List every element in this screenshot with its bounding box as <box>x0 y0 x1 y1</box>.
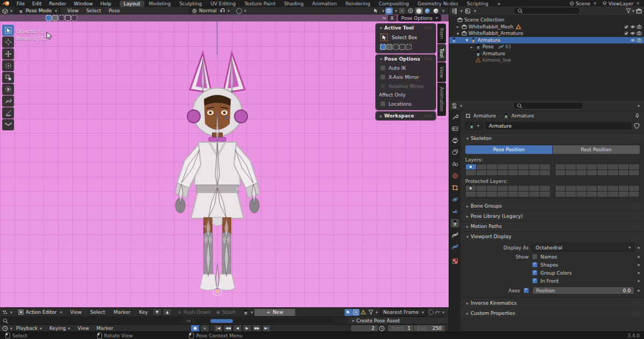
menu-edit[interactable]: Edit <box>28 1 45 6</box>
workspace-tab-layout[interactable]: Layout <box>120 1 145 7</box>
snap-toggle[interactable]: ▾ <box>220 8 230 13</box>
menu-window[interactable]: Window <box>70 1 97 6</box>
tab-constraints-properties[interactable] <box>451 207 459 216</box>
layers-grid-left[interactable] <box>465 164 551 176</box>
expand-icon[interactable]: ► <box>470 45 474 49</box>
tool-annotate[interactable] <box>2 95 14 107</box>
outliner-row-pose[interactable]: ► Pose 63 <box>449 43 644 50</box>
mode-dropdown[interactable]: Pose Mode ▾ <box>15 7 60 15</box>
workspace-tab-animation[interactable]: Animation <box>308 1 341 7</box>
add-workspace-button[interactable]: + <box>493 1 506 7</box>
layer-cell-active[interactable] <box>466 164 476 170</box>
shading-solid-button[interactable] <box>415 8 423 14</box>
bone-groups-panel-header[interactable]: ▸Bone Groups:::: <box>461 201 644 211</box>
menu-help[interactable]: Help <box>97 1 115 6</box>
chevron-down-icon[interactable]: ▾ <box>376 310 378 315</box>
hide-eye-icon[interactable] <box>630 38 635 43</box>
animate-property-dot[interactable] <box>638 264 640 266</box>
panel-drag-handle[interactable]: :::: <box>633 204 640 208</box>
snap-dropdown[interactable]: Nearest Frame ▾ <box>380 308 427 316</box>
tool-move[interactable] <box>2 48 14 60</box>
collapse-icon[interactable]: ▼ <box>456 32 460 35</box>
menu-ds-marker[interactable]: Marker <box>110 309 134 315</box>
frame-start-field[interactable]: Start 1 <box>387 325 414 332</box>
panel-select-mode-intersect[interactable] <box>406 44 412 50</box>
jump-to-end-button[interactable]: ▶| <box>262 325 271 332</box>
select-mode-new-button[interactable] <box>46 15 52 21</box>
tab-object-properties[interactable] <box>451 183 459 192</box>
menu-ds-select[interactable]: Select <box>86 309 109 315</box>
axes-checkbox[interactable] <box>523 288 529 293</box>
editor-type-selector[interactable]: ▾ <box>2 8 12 14</box>
animate-property-dot[interactable] <box>638 290 640 292</box>
outliner-row-kimono[interactable]: kimono_low <box>449 57 644 64</box>
shading-rendered-button[interactable] <box>433 8 440 14</box>
skeleton-panel-header[interactable]: ▾Skeleton:::: <box>461 133 644 143</box>
tab-view-layer-properties[interactable] <box>451 148 459 157</box>
checkbox-icon[interactable] <box>624 31 629 36</box>
chevron-down-icon[interactable]: ▾ <box>632 9 634 13</box>
fake-user-shield-icon[interactable] <box>634 123 640 129</box>
xray-toggle[interactable] <box>398 8 406 14</box>
panel-drag-handle[interactable]: :::: <box>633 301 640 305</box>
auto-keying-dropdown[interactable]: ▾ <box>200 325 209 332</box>
tool-select-box[interactable] <box>2 25 14 36</box>
viewport-display-panel-header[interactable]: ▾Viewport Display:::: <box>461 231 644 241</box>
shapes-checkbox[interactable] <box>532 262 538 268</box>
viewport-3d[interactable]: ⇋ X Pose Options ▾ Objects1 / 2 Bones0 /… <box>0 14 449 307</box>
object-breadcrumb-icon[interactable] <box>465 113 471 119</box>
outliner-row-armature-collection[interactable]: ▼ WhiteRabbit_Armature <box>449 30 644 37</box>
active-tool-panel-header[interactable]: ▾Active Tool:::: <box>376 24 436 32</box>
select-mode-intersect-button[interactable] <box>71 15 77 21</box>
blender-logo-icon[interactable] <box>2 1 11 6</box>
breadcrumb-object[interactable]: Armature <box>473 113 496 119</box>
panel-drag-handle[interactable]: :::: <box>633 234 640 239</box>
only-errors-toggle[interactable] <box>360 309 367 316</box>
menu-tl-marker[interactable]: Marker <box>93 326 117 331</box>
menu-pose[interactable]: Pose <box>105 8 123 13</box>
panel-select-mode-extend[interactable] <box>386 44 392 50</box>
pose-options-panel-header[interactable]: ▾Pose Options:::: <box>376 55 436 63</box>
panel-drag-handle[interactable]: :::: <box>633 136 640 141</box>
protected-layers-grid-right[interactable] <box>555 185 640 197</box>
workspace-tab-modeling[interactable]: Modeling <box>144 1 175 7</box>
inverse-kinematics-panel-header[interactable]: ▸Inverse Kinematics:::: <box>461 298 644 308</box>
select-box-tool-icon[interactable] <box>380 33 388 41</box>
rest-position-button[interactable]: Rest Position <box>553 145 640 154</box>
tab-output-properties[interactable] <box>451 136 459 145</box>
menu-file[interactable]: File <box>13 1 28 6</box>
outliner-display-mode-icon[interactable] <box>465 8 471 14</box>
armature-name-field[interactable]: Armature <box>485 122 632 130</box>
tab-texture-properties[interactable] <box>451 257 459 266</box>
breadcrumb-data[interactable]: Armature <box>511 113 534 119</box>
view-layer-selector[interactable]: ViewLayer ✕ <box>602 1 640 6</box>
mirror-x-toggle[interactable]: X <box>388 15 396 21</box>
tool-pose-breakdowner[interactable] <box>2 119 14 130</box>
workspace-tab-texture-paint[interactable]: Texture Paint <box>240 1 280 7</box>
tab-tool[interactable]: Tool <box>437 44 446 62</box>
tab-bone-constraint-properties[interactable] <box>451 242 459 251</box>
workspace-tab-geometry-nodes[interactable]: Geometry Nodes <box>413 1 463 7</box>
auto-ik-checkbox[interactable] <box>380 65 386 71</box>
select-mode-invert-button[interactable] <box>65 15 71 21</box>
select-mode-subtract-button[interactable] <box>58 15 64 21</box>
tab-tool-properties[interactable] <box>451 113 459 121</box>
properties-editor-icon[interactable] <box>451 103 457 109</box>
checkbox-icon[interactable] <box>624 24 629 30</box>
locations-checkbox[interactable] <box>380 101 386 107</box>
push-down-button[interactable]: Push Down <box>177 309 210 315</box>
menu-render[interactable]: Render <box>46 1 70 6</box>
tab-render-properties[interactable] <box>451 124 459 133</box>
outliner-search-input[interactable] <box>514 7 580 14</box>
panel-drag-handle[interactable]: :::: <box>633 311 640 315</box>
scene-selector[interactable]: Scene ✕ <box>569 1 597 6</box>
workspace-panel-header[interactable]: ▸Workspace:::: <box>376 112 436 120</box>
play-reverse-button[interactable]: ◀ <box>233 325 242 332</box>
shading-wireframe-button[interactable] <box>407 8 414 14</box>
panel-drag-handle[interactable]: :::: <box>425 26 433 30</box>
layers-grid-right[interactable] <box>555 164 640 176</box>
x-axis-mirror-checkbox[interactable] <box>380 74 386 80</box>
menu-playback[interactable]: Playback▾ <box>12 326 46 331</box>
pose-options-dropdown[interactable]: Pose Options ▾ <box>398 14 441 21</box>
shading-material-button[interactable] <box>424 8 431 14</box>
